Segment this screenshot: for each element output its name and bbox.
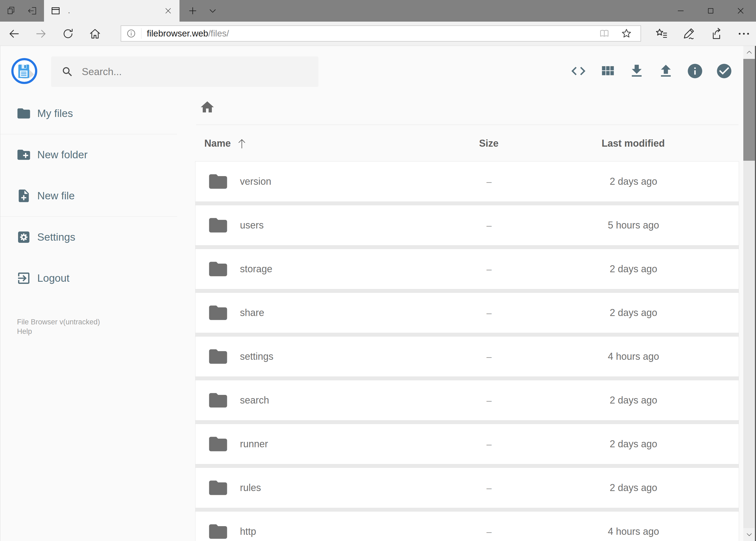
sidebar-item-new-folder[interactable]: New folder	[0, 134, 178, 175]
scroll-down-icon[interactable]	[743, 528, 755, 541]
browser-tab-bar: .	[0, 0, 756, 22]
folder-icon	[207, 215, 229, 236]
file-size: –	[440, 220, 538, 231]
url-text[interactable]: filebrowser.web/files/	[147, 28, 229, 39]
folder-icon	[207, 258, 229, 280]
toolbar-icons	[654, 22, 751, 46]
column-modified-label: Last modified	[602, 138, 665, 149]
sidebar-item-settings[interactable]: Settings	[0, 217, 178, 258]
browser-toolbar: filebrowser.web/files/	[0, 22, 756, 46]
window-controls	[665, 0, 755, 22]
set-tabs-aside-icon[interactable]	[26, 3, 39, 19]
search-icon	[61, 66, 74, 78]
address-divider	[141, 28, 141, 39]
share-icon[interactable]	[709, 25, 723, 42]
new-tab-button[interactable]	[186, 0, 200, 22]
column-header-modified[interactable]: Last modified	[581, 137, 686, 150]
back-icon[interactable]	[8, 25, 21, 42]
file-row-http[interactable]: http – 4 hours ago	[195, 511, 739, 541]
sidebar-item-my-files[interactable]: My files	[0, 93, 178, 134]
breadcrumb-divider	[196, 125, 738, 125]
reading-view-icon[interactable]	[597, 26, 612, 41]
folder-icon	[207, 389, 229, 411]
file-name: share	[240, 307, 264, 318]
filebrowser-app: My files New folder New file Settings	[0, 46, 756, 541]
tab-list-chevron-icon[interactable]	[206, 0, 220, 22]
file-row-runner[interactable]: runner – 2 days ago	[195, 424, 739, 464]
sidebar-item-label: Settings	[37, 231, 75, 243]
url-host: filebrowser.web	[147, 28, 208, 38]
file-modified: 2 days ago	[581, 264, 686, 275]
file-name: settings	[240, 351, 273, 362]
tab-title: .	[68, 7, 70, 15]
home-icon[interactable]	[89, 25, 102, 42]
folder-icon	[207, 302, 229, 323]
file-size: –	[440, 307, 538, 318]
file-row-settings[interactable]: settings – 4 hours ago	[195, 336, 739, 377]
folder-icon	[207, 171, 229, 192]
file-name: runner	[240, 438, 268, 450]
file-size: –	[440, 264, 538, 274]
sidebar: My files New folder New file Settings	[0, 93, 178, 299]
filebrowser-logo[interactable]	[11, 58, 38, 85]
new-folder-icon	[16, 147, 31, 162]
file-row-rules[interactable]: rules – 2 days ago	[195, 467, 739, 508]
file-modified: 4 hours ago	[581, 526, 686, 537]
file-modified: 4 hours ago	[581, 351, 686, 362]
file-listing: Name Size Last modified version – 2 days…	[195, 46, 739, 541]
file-size: –	[440, 395, 538, 406]
hub-favorites-icon[interactable]	[654, 25, 668, 42]
sidebar-item-label: New file	[37, 190, 75, 202]
file-modified: 2 days ago	[581, 307, 686, 318]
page-icon	[50, 5, 61, 16]
help-link[interactable]: Help	[17, 327, 100, 336]
favorite-star-icon[interactable]	[619, 26, 634, 41]
tab-actions	[5, 0, 39, 22]
file-row-users[interactable]: users – 5 hours ago	[195, 205, 739, 246]
sidebar-item-label: Logout	[37, 272, 69, 284]
sidebar-item-label: New folder	[37, 149, 88, 161]
url-path: /files/	[208, 28, 229, 38]
address-bar[interactable]: filebrowser.web/files/	[121, 25, 641, 42]
file-row-share[interactable]: share – 2 days ago	[195, 292, 739, 333]
minimize-button[interactable]	[665, 0, 695, 22]
file-name: storage	[240, 264, 272, 275]
folder-icon	[207, 477, 229, 499]
file-modified: 2 days ago	[581, 482, 686, 493]
page-scrollbar[interactable]	[743, 46, 755, 541]
tab-preview-icon[interactable]	[5, 3, 18, 19]
file-row-version[interactable]: version – 2 days ago	[195, 161, 739, 202]
folder-icon	[207, 433, 229, 455]
sidebar-item-new-file[interactable]: New file	[0, 175, 178, 216]
file-size: –	[440, 176, 538, 187]
file-modified: 2 days ago	[581, 176, 686, 187]
sidebar-item-logout[interactable]: Logout	[0, 258, 178, 299]
tab-close-icon[interactable]	[162, 5, 174, 17]
file-name: users	[240, 220, 264, 231]
more-options-icon[interactable]	[737, 25, 751, 42]
file-name: search	[240, 395, 269, 406]
column-header-size[interactable]: Size	[440, 137, 537, 150]
sidebar-footer: File Browser v(untracked) Help	[17, 317, 100, 336]
settings-gear-icon	[16, 230, 31, 245]
scroll-up-icon[interactable]	[743, 46, 755, 59]
sort-ascending-icon	[237, 138, 247, 149]
forward-icon[interactable]	[35, 25, 48, 42]
browser-tab[interactable]: .	[44, 0, 179, 22]
file-modified: 2 days ago	[581, 438, 686, 450]
file-size: –	[440, 351, 538, 362]
column-name-label: Name	[204, 138, 231, 149]
refresh-icon[interactable]	[62, 25, 75, 42]
file-row-storage[interactable]: storage – 2 days ago	[195, 249, 739, 289]
close-window-button[interactable]	[725, 0, 755, 22]
site-info-icon[interactable]	[121, 26, 141, 41]
file-row-search[interactable]: search – 2 days ago	[195, 380, 739, 420]
file-size: –	[440, 526, 538, 537]
breadcrumb-home-icon[interactable]	[199, 99, 216, 116]
column-size-label: Size	[479, 138, 499, 149]
column-header-name[interactable]: Name	[204, 137, 247, 150]
maximize-button[interactable]	[695, 0, 725, 22]
file-name: version	[240, 176, 271, 187]
scrollbar-thumb[interactable]	[743, 59, 755, 161]
web-note-pen-icon[interactable]	[682, 25, 696, 42]
